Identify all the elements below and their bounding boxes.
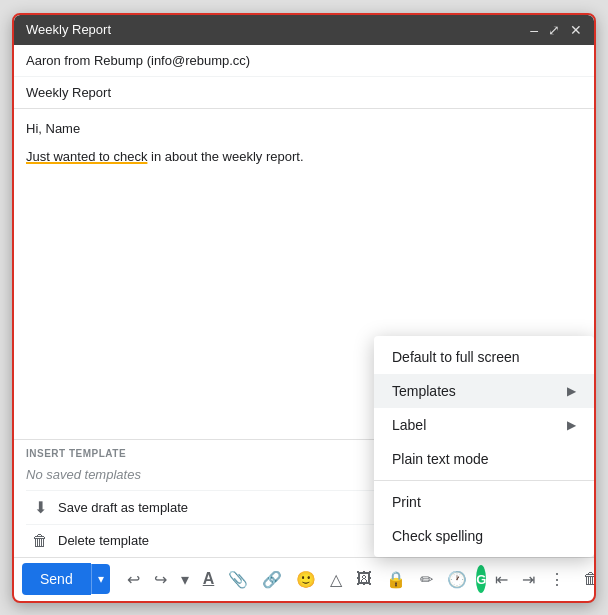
- attach-file-icon[interactable]: 📎: [223, 566, 253, 593]
- formatting-redo-icon[interactable]: ↪: [149, 566, 172, 593]
- insert-emoji-icon[interactable]: 🙂: [291, 566, 321, 593]
- insert-drive-icon[interactable]: △: [325, 566, 347, 593]
- context-menu-check-spelling[interactable]: Check spelling: [374, 519, 594, 553]
- templates-arrow-icon: ▶: [567, 384, 576, 398]
- send-button[interactable]: Send: [22, 563, 91, 595]
- send-dropdown-button[interactable]: ▾: [91, 564, 110, 594]
- formatting-dropdown-icon[interactable]: ▾: [176, 566, 194, 593]
- context-menu-divider: [374, 480, 594, 481]
- insert-link-icon[interactable]: 🔗: [257, 566, 287, 593]
- context-menu-print[interactable]: Print: [374, 485, 594, 519]
- close-icon[interactable]: ✕: [570, 22, 582, 38]
- title-bar: Weekly Report – ⤢ ✕: [14, 15, 594, 45]
- body-text-rest: in about the weekly report.: [147, 149, 303, 164]
- indent-decrease-icon[interactable]: ⇤: [490, 566, 513, 593]
- context-menu-plain-text[interactable]: Plain text mode: [374, 442, 594, 476]
- schedule-send-icon[interactable]: 🕐: [442, 566, 472, 593]
- label-arrow-icon: ▶: [567, 418, 576, 432]
- toolbar: Send ▾ ↩ ↪ ▾ A 📎 🔗 🙂 △ 🖼 🔒 ✏ 🕐 G ⇤ ⇥ ⋮ 🗑: [14, 557, 594, 601]
- bottom-section: INSERT TEMPLATE No saved templates ⬇ Sav…: [14, 439, 594, 601]
- context-menu-check-spelling-label: Check spelling: [392, 528, 483, 544]
- sender-field: Aaron from Rebump (info@rebump.cc): [14, 45, 594, 77]
- grammarly-button[interactable]: G: [476, 565, 486, 593]
- expand-icon[interactable]: ⤢: [548, 22, 560, 38]
- subject-field: Weekly Report: [14, 77, 594, 108]
- email-greeting: Hi, Name: [26, 119, 582, 140]
- insert-lock-icon[interactable]: 🔒: [381, 566, 411, 593]
- context-menu-default-fullscreen[interactable]: Default to full screen: [374, 340, 594, 374]
- context-menu-plain-text-label: Plain text mode: [392, 451, 489, 467]
- context-menu: Default to full screen Templates ▶ Label…: [374, 336, 594, 557]
- indent-increase-icon[interactable]: ⇥: [517, 566, 540, 593]
- signature-icon[interactable]: ✏: [415, 566, 438, 593]
- compose-window: Weekly Report – ⤢ ✕ Aaron from Rebump (i…: [12, 13, 596, 603]
- font-format-button[interactable]: A: [198, 566, 220, 592]
- send-button-group: Send ▾: [22, 563, 110, 595]
- context-menu-label[interactable]: Label ▶: [374, 408, 594, 442]
- context-menu-templates-label: Templates: [392, 383, 456, 399]
- discard-draft-icon[interactable]: 🗑: [578, 566, 596, 592]
- email-body-text: Just wanted to check in about the weekly…: [26, 147, 582, 168]
- insert-photo-icon[interactable]: 🖼: [351, 566, 377, 592]
- window-title: Weekly Report: [26, 22, 111, 37]
- title-bar-actions: – ⤢ ✕: [530, 22, 582, 38]
- minimize-icon[interactable]: –: [530, 22, 538, 38]
- more-options-icon[interactable]: ⋮: [544, 566, 570, 593]
- context-menu-templates[interactable]: Templates ▶: [374, 374, 594, 408]
- context-menu-label-label: Label: [392, 417, 426, 433]
- delete-template-icon: 🗑: [30, 532, 50, 550]
- formatting-undo-icon[interactable]: ↩: [122, 566, 145, 593]
- save-draft-icon: ⬇: [30, 498, 50, 517]
- email-fields: Aaron from Rebump (info@rebump.cc) Weekl…: [14, 45, 594, 109]
- context-menu-default-fullscreen-label: Default to full screen: [392, 349, 520, 365]
- context-menu-print-label: Print: [392, 494, 421, 510]
- highlighted-text: Just wanted to check: [26, 149, 147, 164]
